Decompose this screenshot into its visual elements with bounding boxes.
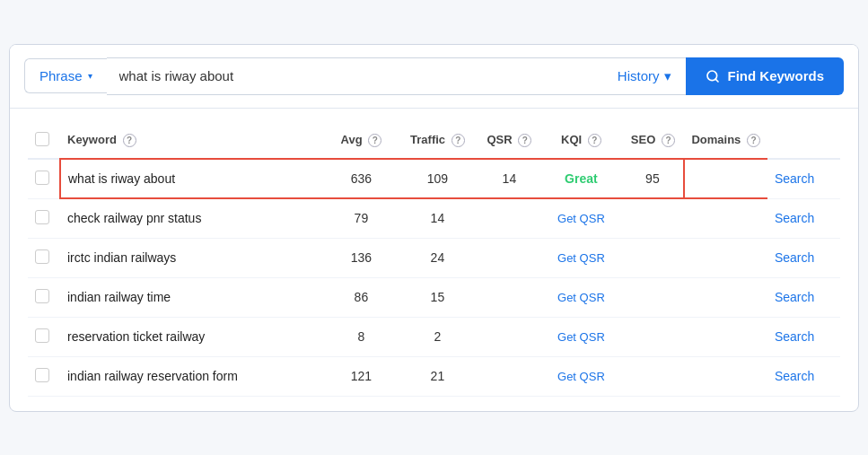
row-domains (684, 317, 767, 356)
search-bar: Phrase ▾ History ▾ Find Keywords (10, 45, 858, 109)
row-keyword: irctc indian railways (60, 238, 325, 277)
row-seo (621, 277, 684, 317)
row-domains (684, 238, 767, 277)
find-keywords-label: Find Keywords (727, 68, 824, 83)
row-checkbox-cell (28, 277, 60, 317)
row-search-cell: Search (767, 198, 840, 238)
row-search-cell: Search (767, 277, 840, 317)
avg-info-icon[interactable]: ? (368, 134, 381, 147)
domains-info-icon[interactable]: ? (747, 134, 760, 147)
row-kqi: Get QSR (540, 356, 621, 396)
history-chevron-icon: ▾ (664, 68, 671, 84)
row-traffic: 24 (397, 238, 478, 277)
get-qsr-link[interactable]: Get QSR (557, 330, 605, 344)
th-domains: Domains ? (684, 123, 767, 159)
row-checkbox[interactable] (35, 289, 49, 303)
get-qsr-link[interactable]: Get QSR (557, 370, 605, 383)
phrase-dropdown-button[interactable]: Phrase ▾ (24, 58, 107, 93)
th-traffic: Traffic ? (397, 123, 478, 159)
search-link[interactable]: Search (775, 369, 814, 383)
keyword-info-icon[interactable]: ? (123, 134, 136, 147)
row-seo (621, 198, 684, 238)
row-checkbox[interactable] (35, 328, 49, 343)
row-qsr (478, 317, 540, 356)
main-container: Phrase ▾ History ▾ Find Keywords (9, 44, 859, 412)
row-keyword: what is riway about (60, 159, 325, 199)
traffic-info-icon[interactable]: ? (452, 134, 465, 147)
qsr-info-icon[interactable]: ? (518, 134, 531, 147)
kqi-great-value: Great (565, 171, 598, 186)
row-domains (684, 159, 767, 199)
row-traffic: 2 (397, 317, 478, 356)
th-kqi: KQI ? (540, 123, 621, 159)
row-seo (621, 317, 684, 356)
row-qsr (478, 238, 540, 277)
th-keyword-label: Keyword (67, 133, 117, 146)
keyword-search-input[interactable] (107, 57, 603, 95)
table-header-row: Keyword ? Avg ? Traffic ? QSR ? (28, 123, 840, 159)
row-qsr (478, 356, 540, 396)
row-traffic: 21 (397, 356, 478, 396)
row-domains (684, 356, 767, 396)
row-search-cell: Search (767, 238, 840, 277)
row-checkbox-cell (28, 159, 60, 199)
th-domains-label: Domains (691, 133, 741, 146)
table-row: check railway pnr status7914Get QSRSearc… (28, 198, 840, 238)
row-seo (621, 356, 684, 396)
kqi-info-icon[interactable]: ? (588, 134, 601, 147)
row-traffic: 15 (397, 277, 478, 317)
th-qsr-label: QSR (487, 133, 513, 146)
phrase-label: Phrase (39, 68, 83, 83)
keywords-table-wrapper: Keyword ? Avg ? Traffic ? QSR ? (10, 109, 858, 411)
row-kqi: Get QSR (540, 317, 621, 356)
row-keyword: check railway pnr status (60, 198, 325, 238)
row-checkbox[interactable] (35, 249, 49, 264)
row-keyword: reservation ticket railway (60, 317, 325, 356)
th-traffic-label: Traffic (410, 133, 445, 146)
phrase-chevron-icon: ▾ (88, 71, 92, 81)
seo-info-icon[interactable]: ? (662, 134, 675, 147)
row-seo (621, 238, 684, 277)
row-seo: 95 (621, 159, 684, 199)
row-checkbox-cell (28, 317, 60, 356)
row-kqi: Get QSR (540, 198, 621, 238)
get-qsr-link[interactable]: Get QSR (557, 251, 605, 265)
get-qsr-link[interactable]: Get QSR (557, 212, 605, 225)
table-row: indian railway reservation form12121Get … (28, 356, 840, 396)
row-checkbox[interactable] (35, 368, 49, 382)
row-avg: 86 (325, 277, 397, 317)
table-row: what is riway about63610914Great95Search (28, 159, 840, 199)
select-all-checkbox[interactable] (35, 132, 49, 146)
search-link[interactable]: Search (775, 290, 814, 304)
row-checkbox-cell (28, 238, 60, 277)
row-qsr (478, 277, 540, 317)
table-row: reservation ticket railway82Get QSRSearc… (28, 317, 840, 356)
th-qsr: QSR ? (478, 123, 540, 159)
row-qsr: 14 (478, 159, 540, 199)
th-kqi-label: KQI (561, 133, 582, 146)
row-domains (684, 277, 767, 317)
row-avg: 79 (325, 198, 397, 238)
th-avg: Avg ? (325, 123, 397, 159)
row-checkbox[interactable] (35, 171, 49, 185)
search-link[interactable]: Search (775, 250, 814, 265)
row-qsr (478, 198, 540, 238)
table-row: irctc indian railways13624Get QSRSearch (28, 238, 840, 277)
row-avg: 136 (325, 238, 397, 277)
row-traffic: 109 (397, 159, 478, 199)
row-checkbox[interactable] (35, 210, 49, 224)
search-link[interactable]: Search (775, 329, 814, 344)
find-keywords-button[interactable]: Find Keywords (686, 57, 844, 95)
row-kqi: Great (540, 159, 621, 199)
row-checkbox-cell (28, 198, 60, 238)
history-dropdown-button[interactable]: History ▾ (603, 57, 687, 95)
th-avg-label: Avg (341, 133, 363, 146)
row-search-cell: Search (767, 356, 840, 396)
search-link[interactable]: Search (775, 171, 814, 186)
row-search-cell: Search (767, 159, 840, 199)
row-traffic: 14 (397, 198, 478, 238)
row-avg: 8 (325, 317, 397, 356)
get-qsr-link[interactable]: Get QSR (557, 291, 605, 304)
search-link[interactable]: Search (775, 211, 814, 225)
row-keyword: indian railway time (60, 277, 325, 317)
